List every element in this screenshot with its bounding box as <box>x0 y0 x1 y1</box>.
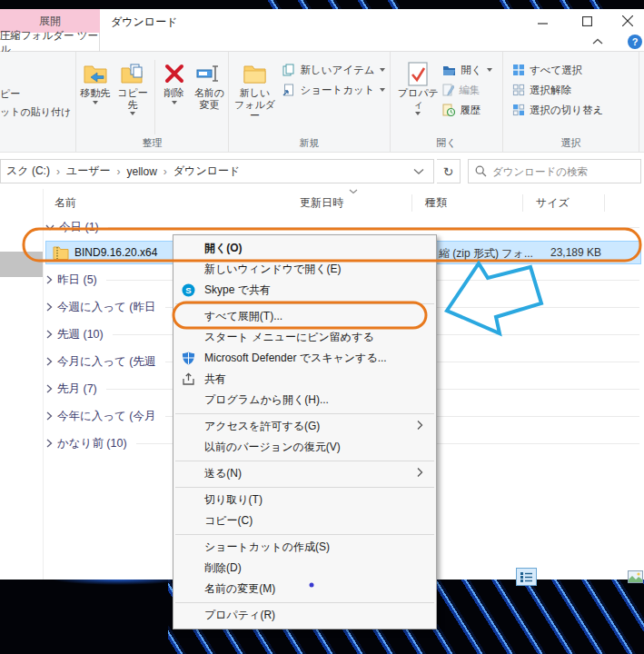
group-label: 先月 (7) <box>57 382 97 397</box>
thumbnail-view-button[interactable] <box>627 570 643 583</box>
open-caret-icon <box>487 68 492 72</box>
column-header-type[interactable]: 種類 <box>425 195 447 211</box>
menu-item-share-skype[interactable]: S Skype で共有 <box>173 280 436 301</box>
properties-button[interactable]: プロパティ <box>397 58 439 115</box>
menu-item-create-shortcut[interactable]: ショートカットの作成(S) <box>173 537 436 558</box>
new-item-button[interactable]: 新しいアイテム <box>279 60 388 80</box>
search-input[interactable] <box>492 166 629 177</box>
column-header-name[interactable]: 名前 <box>54 195 76 211</box>
move-to-button[interactable]: 移動先 <box>76 58 114 104</box>
window-title: ダウンロード <box>111 15 177 30</box>
defender-icon <box>182 352 195 365</box>
menu-item-cut[interactable]: 切り取り(T) <box>173 490 436 510</box>
rename-button[interactable]: 名前の 変更 <box>191 58 228 110</box>
file-size: 23,189 KB <box>545 246 601 259</box>
menu-item-open-with[interactable]: プログラムから開く(H)... <box>173 390 436 411</box>
delete-icon <box>163 60 185 87</box>
open-label: 開く <box>461 64 481 77</box>
column-header-date[interactable]: 更新日時 <box>300 195 343 211</box>
menu-item-send-to[interactable]: 送る(N) <box>173 463 436 484</box>
thumbnail-view-icon <box>628 570 643 583</box>
group-label: 昨日 (5) <box>57 272 97 288</box>
column-header-size[interactable]: サイズ <box>536 195 570 211</box>
menu-item-properties[interactable]: プロパティ(R) <box>173 605 436 626</box>
copy-to-label: コピー先 <box>114 87 151 110</box>
column-separator[interactable] <box>522 194 523 212</box>
breadcrumb-item-downloads[interactable]: ダウンロード <box>173 164 240 179</box>
details-view-button[interactable] <box>516 568 537 586</box>
breadcrumb-item-yellow[interactable]: yellow <box>126 165 156 178</box>
select-all-icon <box>512 64 525 76</box>
ribbon-group-organize: 移動先 コピー先 削除 <box>76 52 229 152</box>
sort-indicator-icon <box>349 189 358 194</box>
breadcrumb-separator-icon: › <box>163 165 167 178</box>
select-none-icon <box>512 84 525 96</box>
menu-item-give-access[interactable]: アクセスを許可する(G) <box>173 416 436 437</box>
group-label: かなり前 (10) <box>57 436 127 451</box>
select-none-label: 選択解除 <box>530 84 571 97</box>
search-box[interactable] <box>468 159 641 183</box>
ribbon-clipped-paste: ピー ットの貼り付け <box>0 52 75 152</box>
new-folder-button[interactable]: 新しい フォルダー <box>230 58 279 122</box>
address-dropdown-icon[interactable] <box>413 168 424 175</box>
new-item-icon <box>282 64 295 76</box>
menu-item-open-new-window[interactable]: 新しいウィンドウで開く(E) <box>173 259 436 280</box>
breadcrumb[interactable]: スク (C:) › ユーザー › yellow › ダウンロード <box>0 159 434 183</box>
menu-item-pin-to-start[interactable]: スタート メニューにピン留めする <box>173 327 436 348</box>
menu-item-extract-all[interactable]: すべて展開(T)... <box>173 306 436 327</box>
new-folder-label-2: フォルダー <box>230 99 279 122</box>
menu-item-label: 共有 <box>204 372 226 385</box>
select-none-button[interactable]: 選択解除 <box>509 80 607 100</box>
history-button[interactable]: 履歴 <box>439 100 495 120</box>
menu-item-restore-versions[interactable]: 以前のバージョンの復元(V) <box>173 437 436 458</box>
tab-compressed-folder-tools[interactable]: 圧縮フォルダー ツール <box>0 33 100 52</box>
chevron-right-icon <box>46 275 53 284</box>
shortcut-caret-icon <box>380 88 385 92</box>
group-rule <box>108 227 639 228</box>
menu-item-rename[interactable]: 名前の変更(M) <box>173 579 436 600</box>
menu-item-copy[interactable]: コピー(C) <box>173 510 436 531</box>
menu-item-label: 送る(N) <box>204 467 242 480</box>
menu-item-defender-scan[interactable]: Microsoft Defender でスキャンする... <box>173 348 436 369</box>
invert-selection-label: 選択の切り替え <box>530 104 603 117</box>
wallpaper-streak <box>495 0 618 9</box>
chevron-right-icon <box>46 411 53 421</box>
search-icon <box>475 165 487 177</box>
delete-button[interactable]: 削除 <box>158 58 191 104</box>
breadcrumb-item-users[interactable]: ユーザー <box>66 164 111 179</box>
refresh-button[interactable]: ↻ <box>437 159 461 183</box>
address-bar-row: スク (C:) › ユーザー › yellow › ダウンロード ↻ <box>0 153 644 189</box>
zip-folder-icon <box>53 245 69 260</box>
column-separator[interactable] <box>604 194 605 212</box>
menu-item-delete[interactable]: 削除(D) <box>173 558 436 579</box>
file-name: BIND9.16.20.x64 <box>74 246 157 259</box>
column-headers: 名前 更新日時 種類 サイズ <box>43 193 644 213</box>
menu-separator <box>175 602 434 603</box>
close-button[interactable] <box>610 9 644 33</box>
breadcrumb-item-drive[interactable]: スク (C:) <box>6 164 50 179</box>
properties-label: プロパティ <box>397 87 439 110</box>
group-label-new: 新規 <box>229 136 390 152</box>
minimize-button[interactable] <box>521 9 563 33</box>
edit-label: 編集 <box>459 84 480 97</box>
group-label: 先週 (10) <box>57 327 104 342</box>
menu-item-open[interactable]: 開く(O) <box>173 238 436 259</box>
column-separator[interactable] <box>411 194 412 212</box>
group-label-open: 開く <box>391 136 502 152</box>
menu-separator <box>175 487 434 488</box>
open-button[interactable]: 開く <box>439 60 495 80</box>
select-all-button[interactable]: すべて選択 <box>509 60 607 80</box>
wallpaper-streak <box>263 0 400 9</box>
chevron-right-icon <box>46 302 53 312</box>
invert-selection-button[interactable]: 選択の切り替え <box>509 100 607 120</box>
move-to-icon <box>83 60 108 87</box>
copy-to-button[interactable]: コピー先 <box>114 58 151 115</box>
menu-item-share[interactable]: 共有 <box>173 369 436 390</box>
maximize-button[interactable] <box>566 9 608 33</box>
shortcut-button[interactable]: ショートカット <box>279 80 388 100</box>
history-icon <box>442 104 455 116</box>
ribbon-group-select: すべて選択 選択解除 選択の切り替え 選択 <box>503 52 639 152</box>
help-icon[interactable]: ? <box>628 35 642 49</box>
collapse-ribbon-icon[interactable] <box>592 38 603 45</box>
rename-label-2: 変更 <box>199 99 219 111</box>
